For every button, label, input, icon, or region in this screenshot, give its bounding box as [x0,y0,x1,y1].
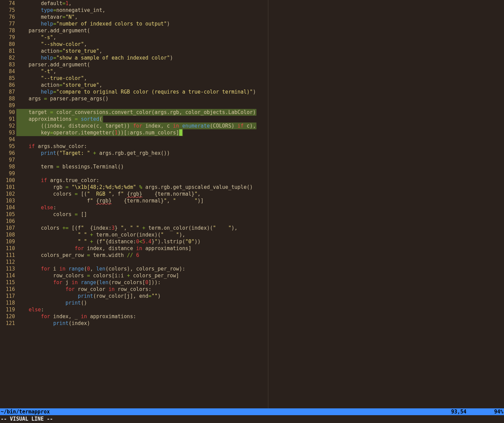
code-line[interactable]: "--show-color", [16,41,504,48]
line-number: 112 [0,259,15,265]
line-number: 103 [0,197,15,204]
code-line[interactable]: term = blessings.Terminal() [16,163,504,170]
line-number: 115 [0,279,15,286]
code-line[interactable]: parser.add_argument( [16,27,504,34]
line-number: 116 [0,286,15,293]
code-line[interactable]: print() [16,299,504,306]
line-number: 113 [0,265,15,272]
code-line[interactable]: row_colors = colors[i:i + colors_per_row… [16,272,504,279]
line-number: 102 [0,191,15,197]
code-line[interactable] [16,218,504,225]
line-number: 74 [0,0,15,7]
line-number: 95 [0,143,15,150]
line-number: 121 [0,320,15,327]
code-line[interactable]: if args.true_color: [16,177,504,184]
line-number: 91 [0,116,15,123]
code-line[interactable]: args = parser.parse_args() [16,95,504,102]
code-line[interactable]: colors_per_row = term.width // 6 [16,252,504,259]
code-line[interactable]: colors = [] [16,211,504,218]
line-number: 104 [0,204,15,211]
code-line[interactable] [16,157,504,163]
line-number: 98 [0,163,15,170]
line-number: 86 [0,82,15,88]
line-number: 82 [0,54,15,61]
code-line[interactable]: parser.add_argument( [16,61,504,68]
code-line[interactable]: "-s", [16,34,504,41]
line-number: 118 [0,299,15,306]
code-line[interactable]: default=1, [16,0,504,7]
line-number: 85 [0,75,15,82]
code-area[interactable]: default=1, type=nonnegative_int, metavar… [16,0,504,408]
code-line[interactable]: " " + term.on_color(index)(" "), [16,231,504,238]
line-number: 90 [0,109,15,116]
code-line[interactable]: action="store_true", [16,82,504,88]
line-number: 101 [0,184,15,191]
code-line[interactable] [16,102,504,109]
code-line[interactable]: print(row_color[j], end="") [16,293,504,299]
editor-pane[interactable]: 7475767778798081828384858687888990919293… [0,0,504,408]
code-line[interactable]: colors += [(f" {index:3} ", " " + term.o… [16,225,504,231]
code-line[interactable]: target = color_conversions.convert_color… [16,109,504,116]
cursor [179,129,182,136]
line-gutter: 7475767778798081828384858687888990919293… [0,0,16,408]
code-line[interactable]: else: [16,204,504,211]
line-number: 117 [0,293,15,299]
code-line[interactable]: help="show a sample of each indexed colo… [16,54,504,61]
code-line[interactable]: key=operator.itemgetter(1))[:args.num_co… [16,129,504,136]
code-line[interactable]: help="compare to original RGB color (req… [16,88,504,95]
code-line[interactable]: for index, distance in approximations] [16,245,504,252]
code-line[interactable]: print(index) [16,320,504,327]
line-number: 83 [0,61,15,68]
line-number: 80 [0,41,15,48]
code-line[interactable]: "--true-color", [16,75,504,82]
code-line[interactable]: type=nonnegative_int, [16,7,504,14]
code-line[interactable]: colors = [(" RGB ", f" {rgb} {term.norma… [16,191,504,197]
mode-indicator: -- VISUAL LINE -- [1,416,53,422]
code-line[interactable]: ((index, distance(c, target)) for index,… [16,123,504,129]
status-spacer [467,408,494,415]
code-line[interactable]: metavar="N", [16,14,504,20]
code-line[interactable]: if args.show_color: [16,143,504,150]
line-number: 96 [0,150,15,157]
vertical-split-bar[interactable] [268,0,268,408]
line-number: 87 [0,88,15,95]
line-number: 78 [0,27,15,34]
status-cursor-pos: 93,54 [451,408,466,415]
line-number: 120 [0,313,15,320]
code-line[interactable]: help="number of indexed colors to output… [16,20,504,27]
line-number: 76 [0,14,15,20]
code-line[interactable]: "-t", [16,68,504,75]
code-line[interactable]: approximations = sorted( [16,116,504,123]
code-line[interactable] [16,259,504,265]
line-number: 84 [0,68,15,75]
line-number: 92 [0,123,15,129]
line-number: 108 [0,231,15,238]
line-number: 99 [0,170,15,177]
line-number: 93 [0,129,15,136]
code-line[interactable] [16,170,504,177]
code-line[interactable]: print("Target: " + args.rgb.get_rgb_hex(… [16,150,504,157]
line-number: 89 [0,102,15,109]
line-number: 106 [0,218,15,225]
line-number: 111 [0,252,15,259]
line-number: 79 [0,34,15,41]
code-line[interactable]: action="store_true", [16,48,504,54]
status-bar: ~/bin/termapprox 93,54 94% [0,408,504,415]
code-line[interactable] [16,136,504,143]
line-number: 77 [0,20,15,27]
code-line[interactable]: " " + (f"{distance:0<5.4}").lstrip("0")) [16,238,504,245]
line-number: 94 [0,136,15,143]
line-number: 75 [0,7,15,14]
code-line[interactable]: else: [16,306,504,313]
code-line[interactable]: rgb = "\x1b[48;2;%d;%d;%dm" % args.rgb.g… [16,184,504,191]
code-line[interactable]: f" {rgb} {term.normal}", " ")] [16,197,504,204]
line-number: 81 [0,48,15,54]
code-line[interactable]: for row_color in row_colors: [16,286,504,293]
line-number: 109 [0,238,15,245]
line-number: 110 [0,245,15,252]
status-percent: 94% [494,408,503,415]
code-line[interactable]: for index, _ in approximations: [16,313,504,320]
code-line[interactable]: for i in range(0, len(colors), colors_pe… [16,265,504,272]
line-number: 105 [0,211,15,218]
code-line[interactable]: for j in range(len(row_colors[0])): [16,279,504,286]
